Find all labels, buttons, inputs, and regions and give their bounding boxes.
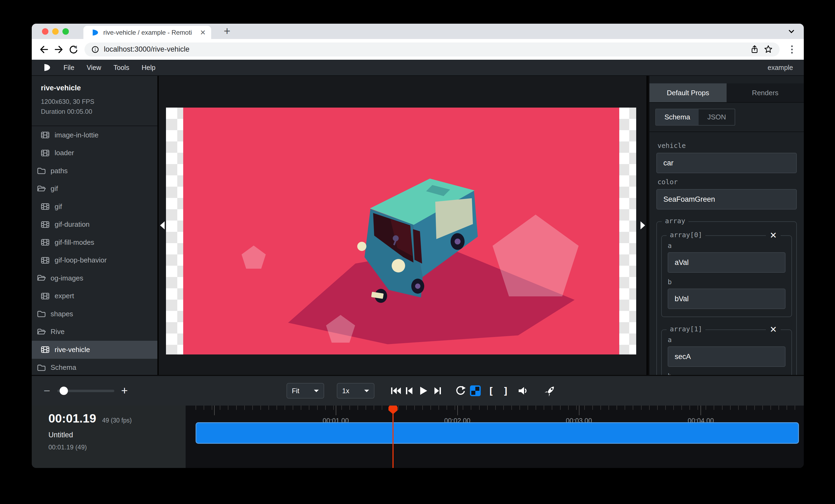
- vehicle-field-label: vehicle: [657, 142, 797, 149]
- remove-array-item-0-icon[interactable]: ✕: [766, 230, 781, 241]
- props-panel: Default Props Renders Schema JSON vehicl…: [648, 76, 804, 375]
- new-tab-button[interactable]: +: [221, 25, 233, 38]
- render-rocket-icon[interactable]: [544, 384, 557, 398]
- film-icon: [41, 256, 49, 265]
- compositions-sidebar: rive-vehicle 1200x630, 30 FPS Duration 0…: [32, 76, 157, 375]
- sidebar-item-rive-folder[interactable]: Rive: [32, 323, 157, 341]
- browser-navbar: localhost:3000/rive-vehicle: [32, 39, 804, 60]
- van-illustration: [183, 108, 619, 355]
- tab-close-icon[interactable]: ✕: [200, 29, 206, 36]
- tab-default-props[interactable]: Default Props: [649, 83, 727, 102]
- sidebar-item-paths[interactable]: paths: [32, 162, 157, 180]
- folder-open-icon: [37, 274, 46, 283]
- film-icon: [41, 238, 49, 247]
- forward-icon[interactable]: [53, 44, 65, 56]
- url-text[interactable]: localhost:3000/rive-vehicle: [104, 45, 746, 54]
- sidebar-item-gif-fill-modes[interactable]: gif-fill-modes: [32, 233, 157, 251]
- sidebar-item-gif-loop-behavior[interactable]: gif-loop-behavior: [32, 251, 157, 270]
- main-area: rive-vehicle 1200x630, 30 FPS Duration 0…: [32, 75, 804, 375]
- menu-help[interactable]: Help: [142, 64, 155, 71]
- tab-search-chevron-icon[interactable]: [787, 27, 796, 38]
- zoom-out-icon[interactable]: −: [44, 385, 50, 396]
- sidebar-item-gif-folder[interactable]: gif: [32, 180, 157, 198]
- playback-speed-dropdown[interactable]: 1x: [337, 383, 374, 399]
- a-field[interactable]: aVal: [668, 252, 786, 273]
- loop-toggle-icon[interactable]: [454, 384, 467, 398]
- composition-viewport: [166, 108, 636, 355]
- zoom-in-icon[interactable]: +: [121, 385, 128, 396]
- sidebar-item-gif-duration[interactable]: gif-duration: [32, 216, 157, 234]
- timeline-track-bar[interactable]: [196, 422, 799, 444]
- fit-dropdown-value: Fit: [292, 387, 300, 395]
- track-name: Untitled: [48, 431, 186, 439]
- sidebar-item-loader[interactable]: loader: [32, 144, 157, 162]
- remotion-logo-icon[interactable]: [42, 63, 51, 72]
- sidebar-item-label: gif-loop-behavior: [55, 256, 107, 265]
- toggle-json[interactable]: JSON: [699, 109, 734, 125]
- browser-menu-icon[interactable]: [787, 44, 797, 56]
- site-info-icon[interactable]: [91, 45, 100, 54]
- previous-frame-button[interactable]: [403, 384, 416, 398]
- remotion-favicon: [91, 28, 99, 37]
- zoom-slider-knob[interactable]: [59, 387, 68, 395]
- reload-icon[interactable]: [67, 44, 79, 56]
- menu-tools[interactable]: Tools: [114, 64, 129, 71]
- next-frame-button[interactable]: [431, 384, 444, 398]
- sidebar-item-rive-vehicle[interactable]: rive-vehicle: [32, 341, 157, 359]
- tab-renders[interactable]: Renders: [727, 83, 804, 102]
- sidebar-item-gif[interactable]: gif: [32, 198, 157, 216]
- sidebar-item-expert[interactable]: expert: [32, 287, 157, 305]
- collapse-panel-chevron-icon[interactable]: [640, 221, 645, 229]
- a-field-label: a: [668, 336, 786, 344]
- b-field[interactable]: bVal: [668, 289, 786, 309]
- a-field[interactable]: secA: [668, 346, 786, 367]
- menu-file[interactable]: File: [63, 64, 74, 71]
- sidebar-item-label: gif: [50, 185, 58, 193]
- share-icon[interactable]: [750, 45, 759, 54]
- chevron-down-icon: [314, 390, 319, 395]
- maximize-window-button[interactable]: [62, 28, 69, 35]
- collapse-sidebar-chevron-icon[interactable]: [160, 221, 165, 229]
- composition-list: image-in-lottie loader paths gif gif: [32, 126, 157, 377]
- playhead-line[interactable]: [392, 405, 393, 468]
- play-button[interactable]: [416, 384, 430, 398]
- bookmark-star-icon[interactable]: [763, 45, 773, 54]
- skip-to-start-button[interactable]: [389, 384, 403, 398]
- project-info: rive-vehicle 1200x630, 30 FPS Duration 0…: [32, 76, 157, 117]
- props-mode-toggle: Schema JSON: [649, 103, 804, 132]
- set-out-point-button[interactable]: ]: [499, 384, 512, 398]
- sidebar-item-shapes[interactable]: shapes: [32, 305, 157, 323]
- sidebar-item-label: rive-vehicle: [55, 345, 90, 354]
- array-fieldset: array array[0] ✕ a aVal b bVal array[1] …: [656, 221, 797, 375]
- transparency-checkerboard-toggle[interactable]: [469, 384, 482, 398]
- fit-dropdown[interactable]: Fit: [286, 383, 324, 399]
- menu-view[interactable]: View: [87, 64, 101, 71]
- browser-window: rive-vehicle / example - Remoti ✕ + loca…: [32, 24, 804, 468]
- vehicle-field[interactable]: car: [656, 153, 797, 173]
- sidebar-item-label: shapes: [50, 310, 73, 318]
- back-icon[interactable]: [38, 44, 50, 56]
- array-item-1-fieldset: array[1] ✕ a secA b: [661, 330, 792, 375]
- remove-array-item-1-icon[interactable]: ✕: [766, 324, 781, 335]
- toggle-schema[interactable]: Schema: [656, 109, 699, 125]
- timeline-ruler-minor-ticks[interactable]: [196, 405, 799, 410]
- project-label: example: [768, 64, 793, 71]
- sidebar-item-image-in-lottie[interactable]: image-in-lottie: [32, 126, 157, 144]
- a-field-label: a: [668, 242, 786, 250]
- minimize-window-button[interactable]: [52, 28, 59, 35]
- playback-toolbar: − + Fit 1x [ ]: [32, 375, 804, 405]
- current-timecode: 00:01.19: [48, 412, 96, 425]
- set-in-point-button[interactable]: [: [484, 384, 498, 398]
- b-field-label: b: [668, 372, 786, 375]
- close-window-button[interactable]: [42, 28, 48, 35]
- sidebar-item-schema[interactable]: Schema: [32, 359, 157, 377]
- color-field[interactable]: SeaFoamGreen: [656, 189, 797, 210]
- composition-name: rive-vehicle: [41, 84, 157, 92]
- app-menubar: File View Tools Help example: [32, 60, 804, 75]
- film-icon: [41, 149, 49, 158]
- volume-icon[interactable]: [517, 384, 530, 398]
- zoom-slider[interactable]: [57, 390, 114, 392]
- sidebar-item-og-images[interactable]: og-images: [32, 269, 157, 287]
- url-bar[interactable]: localhost:3000/rive-vehicle: [84, 42, 779, 57]
- browser-tab[interactable]: rive-vehicle / example - Remoti ✕: [83, 26, 211, 39]
